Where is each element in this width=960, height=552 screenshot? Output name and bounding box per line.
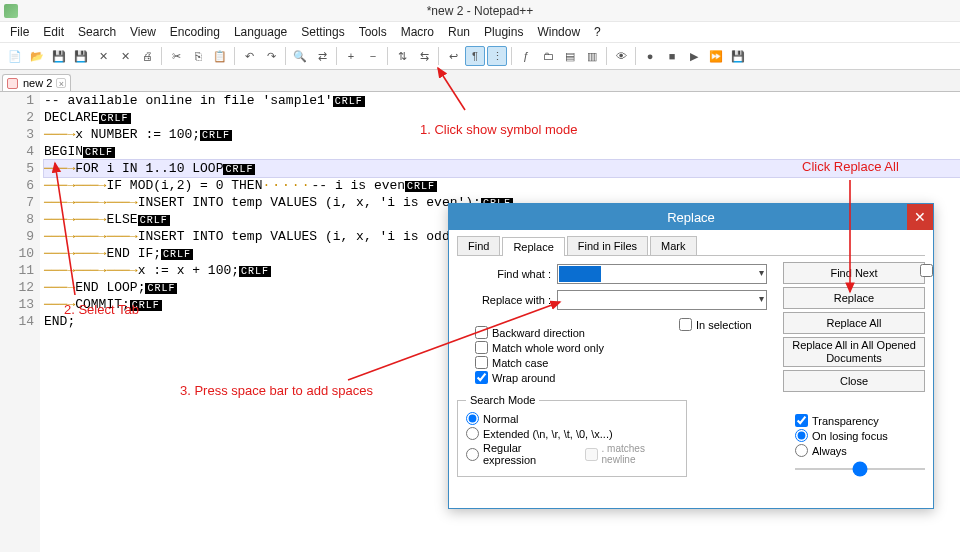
dlg-tab-mark[interactable]: Mark xyxy=(650,236,696,255)
dialog-titlebar: Replace ✕ xyxy=(449,204,933,230)
print-icon[interactable]: 🖨 xyxy=(137,46,157,66)
save-macro-icon[interactable]: 💾 xyxy=(728,46,748,66)
in-selection-checkbox[interactable]: In selection xyxy=(679,318,752,331)
dlg-tab-find-in-files[interactable]: Find in Files xyxy=(567,236,648,255)
save-icon[interactable]: 💾 xyxy=(49,46,69,66)
undo-icon[interactable]: ↶ xyxy=(239,46,259,66)
dialog-close-icon[interactable]: ✕ xyxy=(907,204,933,230)
zoom-out-icon[interactable]: − xyxy=(363,46,383,66)
app-icon xyxy=(4,4,18,18)
menu-search[interactable]: Search xyxy=(72,23,122,41)
find-next-checkbox[interactable] xyxy=(920,264,933,277)
dialog-title: Replace xyxy=(667,210,715,225)
zoom-in-icon[interactable]: + xyxy=(341,46,361,66)
close-icon[interactable]: ✕ xyxy=(93,46,113,66)
line-number-gutter: 1234567891011121314 xyxy=(0,92,40,552)
close-all-icon[interactable]: ✕ xyxy=(115,46,135,66)
new-file-icon[interactable]: 📄 xyxy=(5,46,25,66)
mode-regex[interactable]: Regular expression . matches newline xyxy=(466,442,678,466)
menu-edit[interactable]: Edit xyxy=(37,23,70,41)
menu-encoding[interactable]: Encoding xyxy=(164,23,226,41)
replace-dialog: Replace ✕ FindReplaceFind in FilesMark F… xyxy=(448,203,934,509)
transp-always[interactable]: Always xyxy=(795,444,925,457)
close-button[interactable]: Close xyxy=(783,370,925,392)
open-file-icon[interactable]: 📂 xyxy=(27,46,47,66)
play-multi-icon[interactable]: ⏩ xyxy=(706,46,726,66)
dialog-tabs: FindReplaceFind in FilesMark xyxy=(457,236,925,256)
redo-icon[interactable]: ↷ xyxy=(261,46,281,66)
doc-list-icon[interactable]: ▥ xyxy=(582,46,602,66)
doc-map-icon[interactable]: ▤ xyxy=(560,46,580,66)
menu-plugins[interactable]: Plugins xyxy=(478,23,529,41)
show-all-chars-icon[interactable]: ¶ xyxy=(465,46,485,66)
transparency-slider[interactable] xyxy=(795,468,925,470)
replace-with-label: Replace with : xyxy=(457,294,557,306)
replace-button[interactable]: Replace xyxy=(783,287,925,309)
indent-guide-icon[interactable]: ⋮ xyxy=(487,46,507,66)
wordwrap-icon[interactable]: ↩ xyxy=(443,46,463,66)
record-icon[interactable]: ● xyxy=(640,46,660,66)
menu-[interactable]: ? xyxy=(588,23,607,41)
replace-with-input[interactable]: ▾ xyxy=(557,290,767,310)
tab-file[interactable]: new 2 × xyxy=(2,74,71,91)
save-all-icon[interactable]: 💾 xyxy=(71,46,91,66)
tab-strip: new 2 × xyxy=(0,70,960,92)
menu-file[interactable]: File xyxy=(4,23,35,41)
find-what-label: Find what : xyxy=(457,268,557,280)
mode-extended[interactable]: Extended (\n, \r, \t, \0, \x...) xyxy=(466,427,678,440)
tab-close-icon[interactable]: × xyxy=(56,78,66,88)
search-mode-group: Search Mode Normal Extended (\n, \r, \t,… xyxy=(457,394,687,477)
transparency-group: Transparency On losing focus Always xyxy=(795,412,925,473)
replace-icon[interactable]: ⇄ xyxy=(312,46,332,66)
sync-h-icon[interactable]: ⇆ xyxy=(414,46,434,66)
dlg-tab-find[interactable]: Find xyxy=(457,236,500,255)
menu-settings[interactable]: Settings xyxy=(295,23,350,41)
cut-icon[interactable]: ✂ xyxy=(166,46,186,66)
paste-icon[interactable]: 📋 xyxy=(210,46,230,66)
sync-v-icon[interactable]: ⇅ xyxy=(392,46,412,66)
folder-icon[interactable]: 🗀 xyxy=(538,46,558,66)
menu-run[interactable]: Run xyxy=(442,23,476,41)
transp-on-losing[interactable]: On losing focus xyxy=(795,429,925,442)
menu-window[interactable]: Window xyxy=(531,23,586,41)
replace-all-opened-button[interactable]: Replace All in All Opened Documents xyxy=(783,337,925,367)
tab-label: new 2 xyxy=(23,77,52,89)
find-next-button[interactable]: Find Next xyxy=(783,262,925,284)
menu-view[interactable]: View xyxy=(124,23,162,41)
menubar: FileEditSearchViewEncodingLanguageSettin… xyxy=(0,22,960,42)
window-title: *new 2 - Notepad++ xyxy=(427,4,534,18)
toolbar: 📄📂💾💾✕✕🖨✂⎘📋↶↷🔍⇄+−⇅⇆↩¶⋮ƒ🗀▤▥👁●■▶⏩💾 xyxy=(0,42,960,70)
menu-language[interactable]: Language xyxy=(228,23,293,41)
replace-all-button[interactable]: Replace All xyxy=(783,312,925,334)
copy-icon[interactable]: ⎘ xyxy=(188,46,208,66)
window-titlebar: *new 2 - Notepad++ xyxy=(0,0,960,22)
monitor-icon[interactable]: 👁 xyxy=(611,46,631,66)
stop-icon[interactable]: ■ xyxy=(662,46,682,66)
func-list-icon[interactable]: ƒ xyxy=(516,46,536,66)
transparency-checkbox[interactable]: Transparency xyxy=(795,414,925,427)
play-icon[interactable]: ▶ xyxy=(684,46,704,66)
menu-tools[interactable]: Tools xyxy=(353,23,393,41)
tab-unsaved-icon xyxy=(7,78,18,89)
mode-normal[interactable]: Normal xyxy=(466,412,678,425)
find-what-input[interactable]: ▾ xyxy=(557,264,767,284)
dlg-tab-replace[interactable]: Replace xyxy=(502,237,564,256)
find-icon[interactable]: 🔍 xyxy=(290,46,310,66)
menu-macro[interactable]: Macro xyxy=(395,23,440,41)
